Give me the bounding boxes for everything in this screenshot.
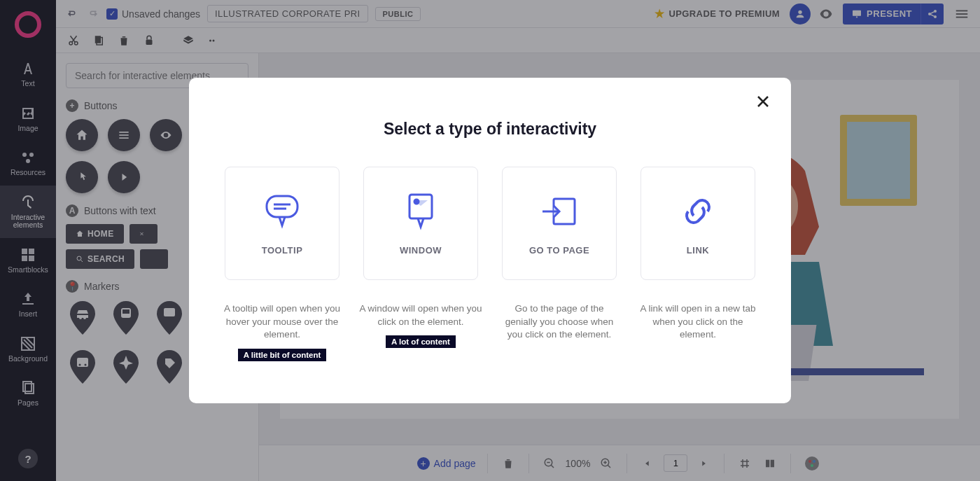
svg-rect-49 — [267, 196, 298, 217]
close-button[interactable] — [755, 93, 773, 111]
option-desc: A window will open when you click on the… — [359, 302, 482, 329]
option-desc: A link will open in a new tab when you c… — [636, 302, 760, 342]
modal-overlay[interactable]: Select a type of interactivity TOOLTIP A… — [0, 0, 980, 481]
interactivity-modal: Select a type of interactivity TOOLTIP A… — [189, 78, 791, 404]
option-tag: A lot of content — [386, 335, 456, 348]
option-label: TOOLTIP — [262, 245, 303, 256]
gotopage-icon — [538, 190, 580, 232]
svg-point-51 — [414, 200, 419, 204]
option-desc: Go to the page of the genially you choos… — [498, 302, 621, 342]
option-label: LINK — [687, 245, 709, 256]
option-link[interactable]: LINK — [640, 167, 755, 280]
option-window[interactable]: WINDOW — [363, 167, 478, 280]
window-icon — [400, 190, 442, 232]
tooltip-icon — [261, 190, 303, 232]
option-desc: A tooltip will open when you hover your … — [220, 302, 344, 342]
option-tag: A little bit of content — [238, 349, 327, 361]
link-icon — [677, 190, 719, 232]
option-tooltip[interactable]: TOOLTIP — [225, 167, 340, 280]
svg-rect-50 — [410, 195, 432, 218]
option-label: GO TO PAGE — [529, 245, 589, 256]
option-gotopage[interactable]: GO TO PAGE — [502, 167, 617, 280]
option-label: WINDOW — [400, 245, 442, 256]
modal-title: Select a type of interactivity — [217, 120, 763, 139]
